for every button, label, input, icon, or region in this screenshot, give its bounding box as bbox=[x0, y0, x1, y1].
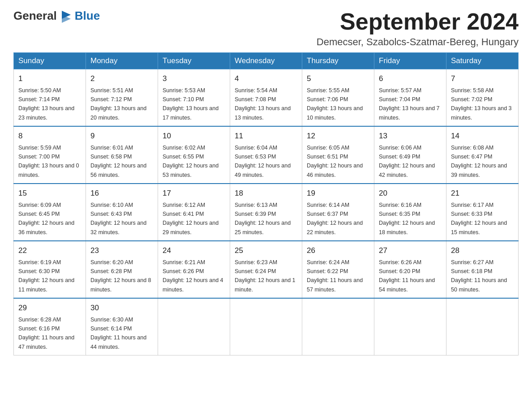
day-info: Sunrise: 6:20 AMSunset: 6:28 PMDaylight:… bbox=[90, 259, 151, 293]
calendar-week-row: 15 Sunrise: 6:09 AMSunset: 6:45 PMDaylig… bbox=[14, 184, 519, 241]
day-number: 16 bbox=[90, 188, 153, 199]
day-number: 17 bbox=[163, 188, 225, 199]
calendar-day-cell: 4 Sunrise: 5:54 AMSunset: 7:08 PMDayligh… bbox=[230, 69, 302, 127]
day-info: Sunrise: 6:24 AMSunset: 6:22 PMDaylight:… bbox=[307, 259, 363, 293]
day-number: 3 bbox=[163, 73, 225, 85]
calendar-day-cell: 25 Sunrise: 6:23 AMSunset: 6:24 PMDaylig… bbox=[230, 241, 302, 298]
day-number: 29 bbox=[18, 302, 81, 314]
calendar-week-row: 29 Sunrise: 6:28 AMSunset: 6:16 PMDaylig… bbox=[14, 298, 519, 355]
day-info: Sunrise: 6:14 AMSunset: 6:37 PMDaylight:… bbox=[307, 202, 363, 235]
day-number: 11 bbox=[235, 130, 297, 142]
day-info: Sunrise: 5:57 AMSunset: 7:04 PMDaylight:… bbox=[379, 87, 440, 121]
day-info: Sunrise: 5:59 AMSunset: 7:00 PMDaylight:… bbox=[18, 145, 79, 178]
calendar-day-cell bbox=[158, 298, 230, 355]
logo-blue-text: Blue bbox=[75, 9, 100, 23]
calendar-day-cell: 26 Sunrise: 6:24 AMSunset: 6:22 PMDaylig… bbox=[302, 241, 374, 298]
calendar-week-row: 8 Sunrise: 5:59 AMSunset: 7:00 PMDayligh… bbox=[14, 126, 519, 184]
calendar-day-cell: 3 Sunrise: 5:53 AMSunset: 7:10 PMDayligh… bbox=[158, 69, 230, 127]
day-info: Sunrise: 6:16 AMSunset: 6:35 PMDaylight:… bbox=[379, 202, 435, 235]
calendar-day-cell: 7 Sunrise: 5:58 AMSunset: 7:02 PMDayligh… bbox=[446, 69, 519, 127]
weekday-header-row: Sunday Monday Tuesday Wednesday Thursday… bbox=[14, 53, 519, 69]
calendar-day-cell bbox=[302, 298, 374, 355]
header-saturday: Saturday bbox=[446, 53, 519, 69]
day-number: 5 bbox=[307, 73, 369, 85]
day-info: Sunrise: 6:17 AMSunset: 6:33 PMDaylight:… bbox=[451, 202, 507, 235]
calendar-day-cell: 6 Sunrise: 5:57 AMSunset: 7:04 PMDayligh… bbox=[374, 69, 446, 127]
calendar-day-cell: 12 Sunrise: 6:05 AMSunset: 6:51 PMDaylig… bbox=[302, 126, 374, 184]
day-info: Sunrise: 6:21 AMSunset: 6:26 PMDaylight:… bbox=[163, 259, 223, 293]
day-info: Sunrise: 6:10 AMSunset: 6:43 PMDaylight:… bbox=[90, 202, 146, 235]
day-number: 2 bbox=[90, 73, 153, 85]
day-number: 15 bbox=[18, 188, 81, 199]
day-number: 14 bbox=[451, 130, 514, 142]
calendar-day-cell: 18 Sunrise: 6:13 AMSunset: 6:39 PMDaylig… bbox=[230, 184, 302, 241]
header-wednesday: Wednesday bbox=[230, 53, 302, 69]
calendar-day-cell: 19 Sunrise: 6:14 AMSunset: 6:37 PMDaylig… bbox=[302, 184, 374, 241]
calendar-day-cell: 22 Sunrise: 6:19 AMSunset: 6:30 PMDaylig… bbox=[14, 241, 86, 298]
calendar-day-cell bbox=[374, 298, 446, 355]
day-number: 20 bbox=[379, 188, 442, 199]
calendar-week-row: 22 Sunrise: 6:19 AMSunset: 6:30 PMDaylig… bbox=[14, 241, 519, 298]
header-sunday: Sunday bbox=[14, 53, 86, 69]
calendar-day-cell: 15 Sunrise: 6:09 AMSunset: 6:45 PMDaylig… bbox=[14, 184, 86, 241]
calendar-day-cell: 13 Sunrise: 6:06 AMSunset: 6:49 PMDaylig… bbox=[374, 126, 446, 184]
calendar-day-cell: 5 Sunrise: 5:55 AMSunset: 7:06 PMDayligh… bbox=[302, 69, 374, 127]
calendar-day-cell: 17 Sunrise: 6:12 AMSunset: 6:41 PMDaylig… bbox=[158, 184, 230, 241]
calendar-day-cell: 1 Sunrise: 5:50 AMSunset: 7:14 PMDayligh… bbox=[14, 69, 86, 127]
calendar-day-cell: 2 Sunrise: 5:51 AMSunset: 7:12 PMDayligh… bbox=[86, 69, 158, 127]
calendar-day-cell: 30 Sunrise: 6:30 AMSunset: 6:14 PMDaylig… bbox=[86, 298, 158, 355]
day-number: 26 bbox=[307, 245, 369, 257]
header-tuesday: Tuesday bbox=[158, 53, 230, 69]
day-number: 30 bbox=[90, 302, 153, 314]
day-info: Sunrise: 6:30 AMSunset: 6:14 PMDaylight:… bbox=[90, 317, 146, 350]
calendar-day-cell: 28 Sunrise: 6:27 AMSunset: 6:18 PMDaylig… bbox=[446, 241, 519, 298]
day-number: 18 bbox=[235, 188, 297, 199]
day-info: Sunrise: 6:09 AMSunset: 6:45 PMDaylight:… bbox=[18, 202, 74, 235]
day-number: 22 bbox=[18, 245, 81, 257]
header-monday: Monday bbox=[86, 53, 158, 69]
day-number: 6 bbox=[379, 73, 442, 85]
day-number: 7 bbox=[451, 73, 514, 85]
calendar-day-cell: 20 Sunrise: 6:16 AMSunset: 6:35 PMDaylig… bbox=[374, 184, 446, 241]
page-header: General Blue September 2024 Demecser, Sz… bbox=[13, 9, 519, 48]
calendar-week-row: 1 Sunrise: 5:50 AMSunset: 7:14 PMDayligh… bbox=[14, 69, 519, 127]
day-info: Sunrise: 6:19 AMSunset: 6:30 PMDaylight:… bbox=[18, 259, 74, 293]
calendar-day-cell: 24 Sunrise: 6:21 AMSunset: 6:26 PMDaylig… bbox=[158, 241, 230, 298]
day-info: Sunrise: 5:55 AMSunset: 7:06 PMDaylight:… bbox=[307, 87, 363, 121]
day-info: Sunrise: 5:58 AMSunset: 7:02 PMDaylight:… bbox=[451, 87, 512, 121]
day-info: Sunrise: 6:05 AMSunset: 6:51 PMDaylight:… bbox=[307, 145, 363, 178]
logo: General Blue bbox=[13, 9, 100, 23]
calendar-day-cell: 9 Sunrise: 6:01 AMSunset: 6:58 PMDayligh… bbox=[86, 126, 158, 184]
day-info: Sunrise: 6:23 AMSunset: 6:24 PMDaylight:… bbox=[235, 259, 296, 293]
day-number: 24 bbox=[163, 245, 225, 257]
day-number: 9 bbox=[90, 130, 153, 142]
header-friday: Friday bbox=[374, 53, 446, 69]
day-number: 27 bbox=[379, 245, 442, 257]
calendar-day-cell: 16 Sunrise: 6:10 AMSunset: 6:43 PMDaylig… bbox=[86, 184, 158, 241]
day-info: Sunrise: 6:04 AMSunset: 6:53 PMDaylight:… bbox=[235, 145, 291, 178]
day-number: 28 bbox=[451, 245, 514, 257]
header-thursday: Thursday bbox=[302, 53, 374, 69]
day-number: 19 bbox=[307, 188, 369, 199]
location-title: Demecser, Szabolcs-Szatmar-Bereg, Hungar… bbox=[317, 36, 519, 48]
logo-general-text: General bbox=[13, 9, 57, 23]
calendar-day-cell: 11 Sunrise: 6:04 AMSunset: 6:53 PMDaylig… bbox=[230, 126, 302, 184]
day-info: Sunrise: 6:08 AMSunset: 6:47 PMDaylight:… bbox=[451, 145, 507, 178]
calendar-day-cell: 8 Sunrise: 5:59 AMSunset: 7:00 PMDayligh… bbox=[14, 126, 86, 184]
day-info: Sunrise: 5:53 AMSunset: 7:10 PMDaylight:… bbox=[163, 87, 219, 121]
title-section: September 2024 Demecser, Szabolcs-Szatma… bbox=[317, 9, 519, 48]
day-number: 10 bbox=[163, 130, 225, 142]
day-number: 1 bbox=[18, 73, 81, 85]
day-number: 13 bbox=[379, 130, 442, 142]
day-info: Sunrise: 6:28 AMSunset: 6:16 PMDaylight:… bbox=[18, 317, 74, 350]
calendar-table: Sunday Monday Tuesday Wednesday Thursday… bbox=[13, 52, 519, 355]
month-title: September 2024 bbox=[317, 9, 519, 34]
logo-flag-icon bbox=[60, 9, 73, 23]
calendar-day-cell: 27 Sunrise: 6:26 AMSunset: 6:20 PMDaylig… bbox=[374, 241, 446, 298]
day-info: Sunrise: 6:02 AMSunset: 6:55 PMDaylight:… bbox=[163, 145, 219, 178]
day-info: Sunrise: 6:06 AMSunset: 6:49 PMDaylight:… bbox=[379, 145, 435, 178]
day-info: Sunrise: 6:01 AMSunset: 6:58 PMDaylight:… bbox=[90, 145, 146, 178]
day-info: Sunrise: 6:13 AMSunset: 6:39 PMDaylight:… bbox=[235, 202, 291, 235]
day-info: Sunrise: 6:12 AMSunset: 6:41 PMDaylight:… bbox=[163, 202, 219, 235]
day-number: 4 bbox=[235, 73, 297, 85]
